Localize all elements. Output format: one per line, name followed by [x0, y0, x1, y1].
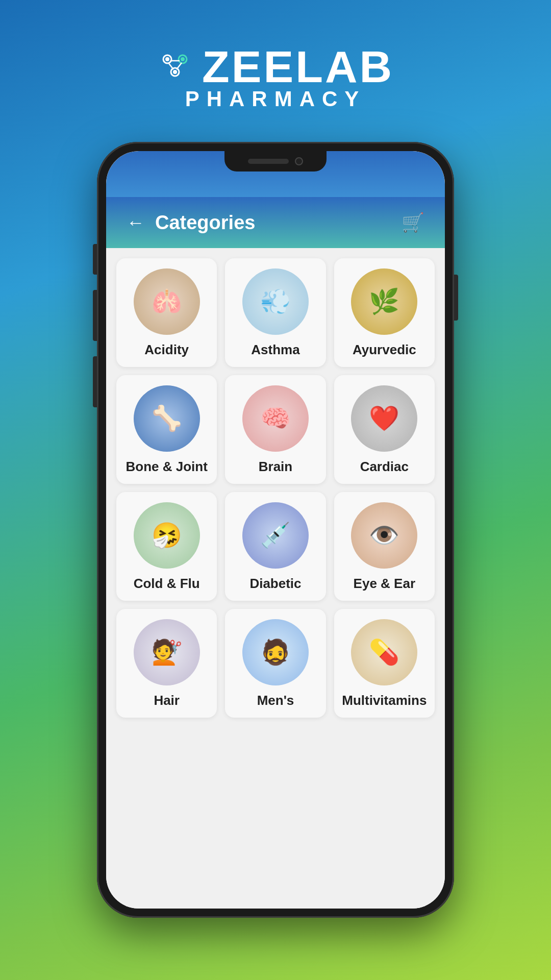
- power-button: [454, 275, 458, 321]
- notch: [224, 151, 327, 172]
- mute-button: [93, 244, 97, 275]
- category-label-eye-ear: Eye & Ear: [354, 576, 415, 592]
- svg-point-5: [173, 70, 177, 74]
- phone-frame: ← Categories 🛒 🫁Acidity💨Asthma🌿Ayurvedic…: [97, 142, 454, 918]
- category-card-hair[interactable]: 💇Hair: [116, 609, 217, 718]
- status-bar: [106, 151, 445, 197]
- cart-button[interactable]: 🛒: [402, 212, 424, 233]
- category-card-cold-flu[interactable]: 🤧Cold & Flu: [116, 492, 217, 601]
- category-image-brain: 🧠: [242, 385, 309, 452]
- category-card-acidity[interactable]: 🫁Acidity: [116, 258, 217, 367]
- category-label-brain: Brain: [259, 459, 292, 475]
- volume-up-button: [93, 290, 97, 341]
- category-image-bone-joint: 🦴: [134, 385, 200, 452]
- volume-down-button: [93, 356, 97, 407]
- category-card-multivitamins[interactable]: 💊Multivitamins: [334, 609, 435, 718]
- category-label-acidity: Acidity: [144, 342, 189, 358]
- category-image-diabetic: 💉: [242, 502, 309, 569]
- categories-content: 🫁Acidity💨Asthma🌿Ayurvedic🦴Bone & Joint🧠B…: [106, 248, 445, 909]
- svg-point-3: [165, 57, 169, 61]
- category-image-cardiac: ❤️: [351, 385, 417, 452]
- back-button[interactable]: ←: [127, 212, 145, 233]
- category-image-eye-ear: 👁️: [351, 502, 417, 569]
- phone-device: ← Categories 🛒 🫁Acidity💨Asthma🌿Ayurvedic…: [97, 142, 454, 959]
- category-card-cardiac[interactable]: ❤️Cardiac: [334, 375, 435, 484]
- categories-grid: 🫁Acidity💨Asthma🌿Ayurvedic🦴Bone & Joint🧠B…: [116, 258, 435, 718]
- category-image-asthma: 💨: [242, 268, 309, 335]
- category-card-bone-joint[interactable]: 🦴Bone & Joint: [116, 375, 217, 484]
- category-label-cardiac: Cardiac: [360, 459, 409, 475]
- category-image-hair: 💇: [134, 619, 200, 685]
- brand-subtitle: PHARMACY: [185, 87, 366, 111]
- category-card-mens[interactable]: 🧔Men's: [225, 609, 325, 718]
- category-card-ayurvedic[interactable]: 🌿Ayurvedic: [334, 258, 435, 367]
- svg-line-7: [168, 63, 173, 69]
- category-card-brain[interactable]: 🧠Brain: [225, 375, 325, 484]
- category-image-multivitamins: 💊: [351, 619, 417, 685]
- category-label-mens: Men's: [257, 693, 294, 708]
- category-image-mens: 🧔: [242, 619, 309, 685]
- phone-screen: ← Categories 🛒 🫁Acidity💨Asthma🌿Ayurvedic…: [106, 151, 445, 909]
- category-image-cold-flu: 🤧: [134, 502, 200, 569]
- category-image-ayurvedic: 🌿: [351, 268, 417, 335]
- category-label-ayurvedic: Ayurvedic: [353, 342, 416, 358]
- category-label-multivitamins: Multivitamins: [342, 693, 427, 708]
- brand-name: ZEELAB: [202, 41, 394, 93]
- speaker: [248, 159, 289, 164]
- category-card-eye-ear[interactable]: 👁️Eye & Ear: [334, 492, 435, 601]
- category-label-asthma: Asthma: [251, 342, 299, 358]
- brand-logo-row: ZEELAB: [157, 41, 394, 93]
- category-label-bone-joint: Bone & Joint: [126, 459, 207, 475]
- svg-point-4: [181, 57, 185, 61]
- svg-line-8: [177, 63, 182, 69]
- category-label-diabetic: Diabetic: [249, 576, 301, 592]
- molecule-icon: [157, 49, 193, 85]
- page-title: Categories: [155, 212, 391, 234]
- category-card-diabetic[interactable]: 💉Diabetic: [225, 492, 325, 601]
- category-label-hair: Hair: [154, 693, 180, 708]
- category-image-acidity: 🫁: [134, 268, 200, 335]
- category-label-cold-flu: Cold & Flu: [134, 576, 200, 592]
- app-header: ← Categories 🛒: [106, 197, 445, 248]
- brand-header: ZEELAB PHARMACY: [157, 41, 394, 111]
- category-card-asthma[interactable]: 💨Asthma: [225, 258, 325, 367]
- camera: [295, 157, 303, 165]
